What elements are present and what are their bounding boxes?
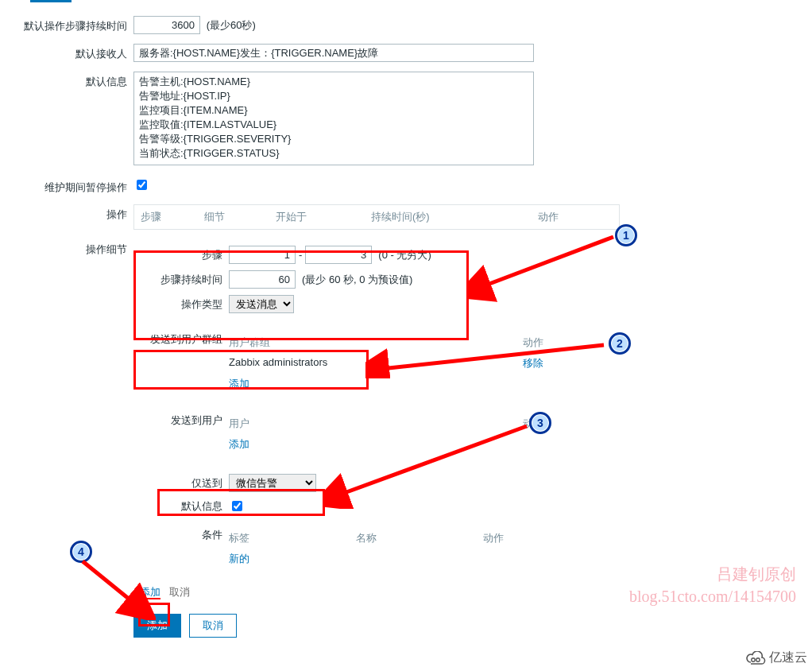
watermark-brand: 亿速云	[744, 650, 807, 666]
step-hint: (0 - 无穷大)	[378, 248, 431, 262]
label-steps-inner: 步骤	[133, 248, 229, 262]
label-send-to-group: 发送到用户群组	[133, 332, 229, 347]
label-conditions: 条件	[133, 528, 229, 542]
cloud-icon	[744, 651, 767, 665]
col-detail: 细节	[204, 210, 276, 224]
op-type-select[interactable]: 发送消息	[229, 295, 294, 313]
label-send-to-user: 发送到用户	[133, 413, 229, 428]
svg-point-8	[752, 657, 755, 661]
default-message-textarea[interactable]	[133, 72, 534, 165]
detail-cancel-link[interactable]: 取消	[169, 586, 190, 598]
label-default-recipient: 默认接收人	[0, 44, 133, 61]
label-default-duration: 默认操作步骤持续时间	[0, 16, 133, 33]
active-tab-indicator	[30, 0, 72, 2]
annotation-circle-2: 2	[609, 332, 631, 355]
col-cond-name: 名称	[356, 531, 483, 545]
label-only-send-to: 仅送到	[133, 476, 229, 491]
operations-panel: 步骤 细节 开始于 持续时间(秒) 动作	[133, 204, 620, 230]
col-user-name: 用户	[229, 417, 523, 431]
step-duration-input[interactable]	[229, 270, 296, 289]
col-cond-action: 动作	[483, 531, 578, 545]
group-add-link[interactable]: 添加	[229, 378, 249, 390]
duration-hint: (最少60秒)	[207, 19, 256, 31]
label-op-type: 操作类型	[133, 297, 229, 312]
label-default-message: 默认信息	[0, 72, 133, 89]
label-pause-maintenance: 维护期间暂停操作	[0, 177, 133, 195]
annotation-circle-4: 4	[70, 541, 92, 563]
step-duration-hint: (最少 60 秒, 0 为预设值)	[302, 273, 412, 287]
add-button[interactable]: 添加	[133, 614, 181, 638]
label-step-duration-inner: 步骤持续时间	[133, 273, 229, 287]
group-remove-link[interactable]: 移除	[523, 357, 543, 369]
label-default-msg-inner: 默认信息	[133, 499, 229, 514]
col-action: 动作	[538, 210, 601, 224]
label-operations: 操作	[0, 204, 133, 222]
col-start: 开始于	[276, 210, 371, 224]
watermark-author: 吕建钊原创 blog.51cto.com/14154700	[629, 563, 796, 607]
annotation-circle-1: 1	[615, 224, 637, 246]
step-to-input[interactable]	[305, 246, 372, 264]
col-step: 步骤	[141, 210, 204, 224]
annotation-circle-3: 3	[529, 412, 551, 434]
group-row-name: Zabbix administrators	[229, 356, 523, 370]
detail-add-link[interactable]: 添加	[140, 586, 160, 599]
col-group-action: 动作	[523, 336, 618, 350]
default-recipient-input[interactable]	[133, 44, 534, 62]
default-duration-input[interactable]	[133, 16, 200, 34]
col-cond-tag: 标签	[229, 531, 356, 545]
col-group-name: 用户群组	[229, 336, 523, 350]
label-operation-detail: 操作细节	[0, 239, 133, 257]
default-msg-checkbox[interactable]	[232, 501, 242, 511]
only-send-to-select[interactable]: 微信告警	[229, 474, 316, 492]
user-add-link[interactable]: 添加	[229, 438, 249, 450]
svg-point-9	[756, 657, 760, 661]
condition-new-link[interactable]: 新的	[229, 553, 249, 564]
cancel-button[interactable]: 取消	[189, 614, 237, 638]
step-from-input[interactable]	[229, 246, 296, 264]
col-duration: 持续时间(秒)	[371, 210, 538, 224]
pause-maintenance-checkbox[interactable]	[137, 180, 147, 190]
